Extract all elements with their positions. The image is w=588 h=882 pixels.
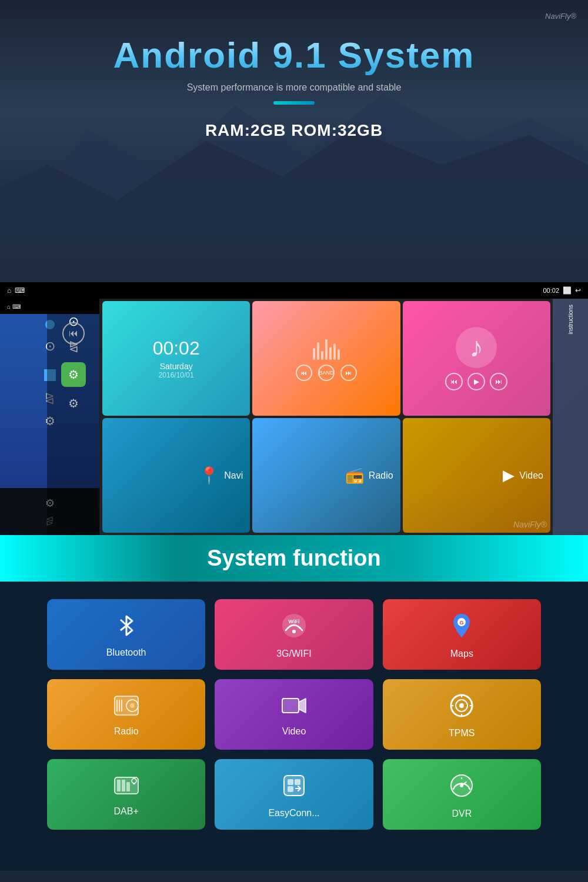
bluetooth-tile[interactable]: Bluetooth	[47, 599, 205, 670]
svg-text:G: G	[460, 620, 464, 626]
bluetooth-label: Bluetooth	[106, 647, 146, 658]
waveform-bar	[313, 348, 315, 360]
back-icon[interactable]: ↩	[575, 286, 581, 295]
hero-section: NaviFly® Android 9.1 System System perfo…	[0, 0, 588, 282]
video-label: Video	[519, 470, 543, 481]
device-area: ⌂ ⌨ 00:02 ⬜ ↩ ⌂ ⌨ ⊙ ⧎ ⚙	[0, 282, 588, 535]
svg-rect-25	[126, 782, 130, 791]
music-prev-btn[interactable]: ⏮	[445, 373, 463, 390]
svg-rect-31	[288, 786, 293, 792]
dab-tile[interactable]: DAB+	[47, 759, 205, 830]
ram-rom-label: RAM:2GB ROM:32GB	[205, 121, 383, 140]
app-screen: ⌂ ⌨ ⊙ ⧎ ⚙ ⚙ ⧎ ⊙ ⧎ ⚙ ⚙	[0, 299, 588, 535]
band-btn[interactable]: BAND	[318, 365, 335, 381]
svg-text:WiFi: WiFi	[289, 619, 300, 624]
dab-icon	[113, 775, 139, 801]
svg-point-34	[460, 784, 463, 787]
clock-tile[interactable]: 00:02 Saturday 2016/10/01	[102, 301, 250, 416]
wifi-label: 3G/WIFI	[276, 649, 312, 659]
wifi-icon: WiFi	[281, 613, 307, 644]
clock-day: Saturday	[160, 362, 193, 371]
video-fn-label: Video	[282, 726, 306, 737]
subtitle: System performance is more compatible an…	[187, 82, 402, 93]
status-left: ⌂ ⌨	[7, 286, 25, 295]
screen-reflection	[100, 488, 553, 535]
instructions-label: instructions	[567, 305, 574, 335]
section-header: System function	[0, 535, 588, 582]
maps-label: Maps	[450, 649, 473, 659]
bluetooth-icon	[115, 614, 138, 643]
dvr-tile[interactable]: DVR	[383, 759, 541, 830]
music-note-icon: ♪	[456, 327, 497, 368]
svg-rect-24	[122, 780, 125, 791]
tpms-tile[interactable]: TPMS	[383, 679, 541, 750]
video-fn-tile[interactable]: Video	[215, 679, 373, 750]
svg-rect-28	[284, 776, 304, 796]
svg-rect-27	[133, 783, 135, 784]
dvr-icon	[449, 773, 475, 804]
waveform-bar	[338, 349, 340, 360]
waveform-bar	[321, 351, 323, 360]
navifly-watermark-device: NaviFly®	[513, 520, 547, 529]
music-controls: ⏮ ▶ ⏭	[445, 373, 507, 390]
status-right: 00:02 ⬜ ↩	[543, 286, 581, 295]
status-time: 00:02	[543, 287, 559, 294]
maps-tile[interactable]: G Maps	[383, 599, 541, 670]
svg-point-4	[292, 630, 296, 633]
dab-label: DAB+	[114, 806, 139, 817]
svg-rect-13	[282, 699, 299, 713]
system-function-section: System function Bluetooth WiFi	[0, 535, 588, 871]
radio-controls: ⏮ BAND ⏭	[296, 365, 357, 381]
music-next-btn[interactable]: ⏭	[490, 373, 507, 390]
waveform-bar	[333, 343, 336, 360]
main-title: Android 9.1 System	[113, 35, 475, 75]
usb-icon: ⌨	[15, 286, 25, 295]
window-icon: ⬜	[563, 286, 572, 295]
music-play-btn[interactable]: ▶	[467, 373, 485, 390]
waveform	[313, 336, 340, 360]
radio2-label: Radio	[369, 470, 393, 481]
tpms-icon	[449, 693, 474, 723]
mountain-background	[0, 82, 588, 235]
navi-icon: 📍	[199, 466, 219, 485]
svg-point-17	[459, 703, 464, 708]
clock-time: 00:02	[153, 338, 200, 359]
waveform-bar	[325, 339, 328, 360]
function-grid: Bluetooth WiFi 3G/WIFI	[0, 582, 588, 847]
status-bar: ⌂ ⌨ 00:02 ⬜ ↩	[0, 282, 588, 299]
radio-fn-label: Radio	[114, 726, 139, 737]
easyconn-tile[interactable]: EasyConn...	[215, 759, 373, 830]
radio-fn-icon	[113, 695, 139, 721]
dvr-label: DVR	[452, 808, 472, 819]
radio2-icon: 📻	[345, 466, 364, 485]
radio-tile[interactable]: ⏮ BAND ⏭	[252, 301, 400, 416]
section-title: System function	[0, 546, 588, 571]
waveform-bar	[317, 342, 319, 360]
music-tile[interactable]: ♪ ⏮ ▶ ⏭	[403, 301, 550, 416]
screen-mockup: ⌂ ⌨ 00:02 ⬜ ↩ ⌂ ⌨ ⊙ ⧎ ⚙	[0, 282, 588, 535]
clock-date: 2016/10/01	[159, 371, 194, 379]
radio-fn-tile[interactable]: Radio	[47, 679, 205, 750]
tpms-label: TPMS	[449, 728, 475, 739]
divider	[273, 101, 315, 105]
green-settings[interactable]: ⚙	[61, 362, 86, 387]
video-fn-icon	[281, 695, 307, 721]
svg-rect-29	[288, 779, 293, 785]
svg-rect-23	[117, 780, 121, 791]
video-icon: ▶	[503, 466, 514, 485]
settings-icon2[interactable]: ⚙	[68, 396, 79, 410]
waveform-bar	[329, 347, 332, 360]
svg-marker-14	[299, 699, 306, 713]
back-circle-btn[interactable]: ⏮	[62, 322, 85, 345]
maps-icon: G	[450, 613, 473, 644]
navi-label: Navi	[224, 470, 243, 481]
wifi-tile[interactable]: WiFi 3G/WIFI	[215, 599, 373, 670]
home-icon: ⌂	[7, 286, 11, 295]
easyconn-label: EasyConn...	[268, 808, 319, 818]
brand-watermark: NaviFly®	[545, 12, 576, 21]
easyconn-icon	[282, 773, 306, 803]
right-sidebar: instructions	[553, 299, 588, 535]
svg-rect-30	[295, 779, 300, 785]
prev-btn[interactable]: ⏮	[296, 365, 312, 381]
next-btn[interactable]: ⏭	[340, 365, 357, 381]
